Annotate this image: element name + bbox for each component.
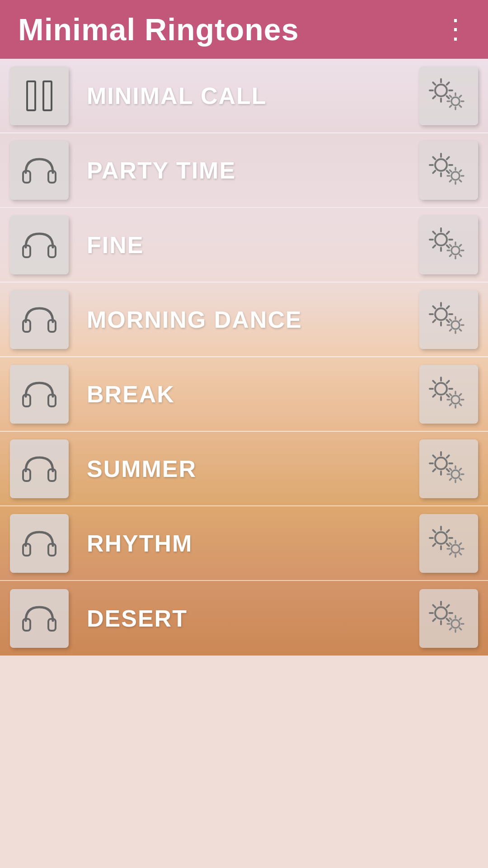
settings-button[interactable] — [419, 141, 478, 200]
ringtone-item[interactable]: FINE — [0, 208, 488, 283]
svg-line-87 — [433, 394, 435, 396]
svg-line-108 — [447, 469, 449, 471]
svg-line-28 — [447, 170, 449, 173]
svg-line-157 — [460, 628, 461, 630]
svg-line-47 — [433, 245, 435, 247]
play-button[interactable] — [10, 216, 69, 274]
pause-button[interactable] — [10, 66, 69, 125]
svg-point-49 — [451, 246, 460, 255]
track-name: RHYTHM — [69, 530, 419, 557]
svg-line-116 — [450, 478, 451, 480]
svg-line-35 — [460, 170, 461, 172]
svg-line-66 — [447, 306, 449, 308]
svg-line-125 — [433, 530, 435, 532]
svg-line-26 — [447, 157, 449, 159]
play-button[interactable] — [10, 290, 69, 349]
play-button[interactable] — [10, 439, 69, 498]
play-button[interactable] — [10, 589, 69, 648]
svg-line-97 — [460, 404, 461, 406]
ringtone-item[interactable]: PARTY TIME — [0, 133, 488, 208]
app-title: Minimal Ringtones — [18, 12, 299, 47]
svg-line-76 — [450, 329, 451, 331]
track-name: MINIMAL CALL — [69, 82, 419, 109]
svg-line-134 — [450, 543, 451, 545]
app-header: Minimal Ringtones ⋮ — [0, 0, 488, 59]
svg-line-106 — [447, 455, 449, 458]
svg-line-115 — [460, 468, 461, 470]
svg-line-145 — [433, 605, 435, 607]
svg-line-45 — [433, 231, 435, 234]
svg-point-0 — [435, 85, 447, 96]
play-button[interactable] — [10, 365, 69, 424]
settings-button[interactable] — [419, 365, 478, 424]
svg-line-36 — [450, 180, 451, 182]
settings-button[interactable] — [419, 66, 478, 125]
settings-button[interactable] — [419, 439, 478, 498]
svg-point-60 — [435, 308, 447, 320]
ringtone-item[interactable]: BREAK — [0, 357, 488, 432]
track-name: PARTY TIME — [69, 157, 419, 184]
svg-line-74 — [450, 319, 451, 321]
track-name: BREAK — [69, 381, 419, 408]
settings-button[interactable] — [419, 290, 478, 349]
svg-line-148 — [447, 618, 449, 621]
svg-line-155 — [460, 618, 461, 620]
ringtone-item[interactable]: MINIMAL CALL — [0, 59, 488, 133]
svg-line-96 — [450, 404, 451, 406]
svg-line-136 — [450, 553, 451, 555]
svg-line-105 — [433, 455, 435, 458]
track-name: SUMMER — [69, 455, 419, 482]
svg-line-57 — [460, 255, 461, 256]
svg-line-17 — [460, 105, 461, 107]
ringtone-item[interactable]: DESERT — [0, 581, 488, 656]
svg-line-67 — [433, 320, 435, 322]
track-name: DESERT — [69, 605, 419, 632]
overflow-menu-button[interactable]: ⋮ — [442, 16, 470, 43]
svg-line-7 — [433, 96, 435, 98]
play-button[interactable] — [10, 141, 69, 200]
svg-point-29 — [451, 172, 460, 180]
track-name: MORNING DANCE — [69, 306, 419, 333]
svg-line-146 — [447, 605, 449, 607]
svg-line-8 — [447, 96, 449, 98]
svg-point-129 — [451, 545, 460, 553]
settings-button[interactable] — [419, 216, 478, 274]
svg-point-40 — [435, 234, 447, 245]
svg-line-147 — [433, 618, 435, 621]
svg-line-156 — [450, 628, 451, 630]
svg-line-107 — [433, 469, 435, 471]
svg-line-77 — [460, 329, 461, 331]
svg-line-117 — [460, 478, 461, 480]
ringtone-item[interactable]: RHYTHM — [0, 506, 488, 581]
svg-line-86 — [447, 381, 449, 383]
svg-line-127 — [433, 543, 435, 546]
svg-point-120 — [435, 532, 447, 544]
svg-line-95 — [460, 394, 461, 396]
svg-line-65 — [433, 306, 435, 308]
svg-point-140 — [435, 607, 447, 619]
svg-line-14 — [450, 95, 451, 97]
svg-line-75 — [460, 319, 461, 321]
svg-point-9 — [451, 97, 460, 105]
ringtone-list: MINIMAL CALL — [0, 59, 488, 656]
settings-button[interactable] — [419, 514, 478, 573]
svg-line-135 — [460, 543, 461, 545]
ringtone-item[interactable]: MORNING DANCE — [0, 283, 488, 357]
svg-line-85 — [433, 381, 435, 383]
svg-point-149 — [451, 620, 460, 628]
svg-line-16 — [450, 105, 451, 107]
svg-line-48 — [447, 245, 449, 247]
ringtone-item[interactable]: SUMMER — [0, 432, 488, 506]
svg-line-114 — [450, 468, 451, 470]
svg-line-34 — [450, 170, 451, 172]
svg-line-25 — [433, 157, 435, 159]
svg-line-54 — [450, 245, 451, 246]
svg-line-126 — [447, 530, 449, 532]
svg-line-88 — [447, 394, 449, 396]
svg-line-94 — [450, 394, 451, 396]
svg-line-55 — [460, 245, 461, 246]
svg-point-80 — [435, 383, 447, 395]
svg-point-89 — [451, 396, 460, 404]
play-button[interactable] — [10, 514, 69, 573]
settings-button[interactable] — [419, 589, 478, 648]
